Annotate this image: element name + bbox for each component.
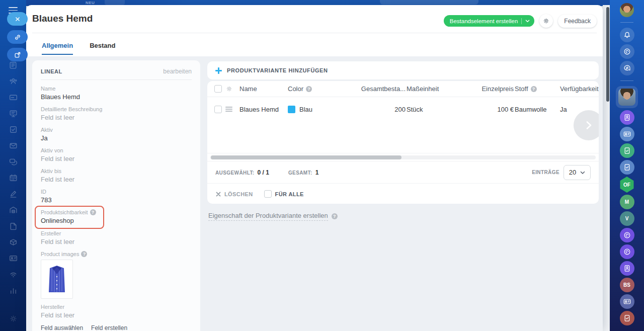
page-title: Blaues Hemd <box>32 13 93 24</box>
neu-badge: NEU <box>86 1 95 5</box>
e-sign-icon[interactable] <box>9 189 18 199</box>
id-card-icon[interactable] <box>620 294 634 309</box>
fields-card: LINEAL bearbeiten Name Blaues Hemd Detai… <box>32 60 200 331</box>
field-name[interactable]: Name Blaues Hemd <box>41 86 192 101</box>
drag-handle-icon[interactable] <box>225 107 232 112</box>
entries-per-page-select[interactable]: 20 <box>564 165 591 180</box>
workspace-icon[interactable] <box>9 109 18 118</box>
selected-value: 0 / 1 <box>258 169 269 176</box>
settings-button[interactable] <box>539 14 553 28</box>
calendar-icon[interactable] <box>9 173 18 183</box>
right-sidebar: OFMVBS <box>610 0 644 331</box>
row-checkbox[interactable] <box>214 106 222 113</box>
field-id[interactable]: ID 783 <box>41 189 192 204</box>
copilot-spiral-icon[interactable] <box>620 228 634 242</box>
copilot-spiral-icon[interactable] <box>620 244 634 259</box>
select-field-link[interactable]: Feld auswählen <box>41 324 83 331</box>
doc-check-icon[interactable] <box>620 311 634 325</box>
field-detaillierte-beschreibung[interactable]: Detaillierte Beschreibung Feld ist leer <box>41 106 192 122</box>
select-all-checkbox[interactable] <box>214 85 222 93</box>
create-variant-property-link[interactable]: Eigenschaft der Produktvariante erstelle… <box>208 212 328 221</box>
field-hersteller[interactable]: Hersteller Feld ist leer <box>41 304 192 319</box>
field-aktiv-von[interactable]: Aktiv von Feld ist leer <box>41 147 192 163</box>
cell-color: Blau <box>288 106 358 113</box>
payment-card-icon[interactable] <box>9 93 18 102</box>
copy-link-button[interactable] <box>7 30 28 44</box>
doc-check-icon[interactable] <box>620 143 634 158</box>
column-header-masseinheit[interactable]: Maßeinheit <box>407 85 454 93</box>
create-stock-item-button[interactable]: Bestandselement erstellen <box>444 15 535 27</box>
color-swatch <box>288 106 295 113</box>
messenger-chat-icon[interactable] <box>620 61 634 75</box>
copilot-spiral-icon[interactable] <box>620 44 634 59</box>
tab-allgemein[interactable]: Allgemein <box>42 42 73 55</box>
cell-unit: Stück <box>407 106 454 113</box>
delete-button[interactable]: LÖSCHEN <box>216 191 253 197</box>
badge-m[interactable]: M <box>620 195 634 209</box>
id-card-icon[interactable] <box>620 127 634 141</box>
vertical-scrollbar-thumb[interactable] <box>606 7 609 102</box>
create-stock-item-label: Bestandselement erstellen <box>450 18 518 24</box>
tab-bestand[interactable]: Bestand <box>90 42 115 55</box>
add-variant-button[interactable]: PRODUKTVARIANTE HINZUFÜGEN <box>207 61 599 79</box>
for-all-checkbox[interactable]: FÜR ALLE <box>264 190 304 198</box>
horizontal-scrollbar[interactable] <box>207 153 599 161</box>
inventory-box-icon[interactable] <box>9 237 18 247</box>
variant-row[interactable]: Blaues Hemd Blau 200 Stück 100 € Baumwol… <box>207 97 599 121</box>
cell-name: Blaues Hemd <box>239 106 288 113</box>
edit-link[interactable]: bearbeiten <box>163 68 192 75</box>
help-icon[interactable] <box>531 86 537 92</box>
telephony-icon[interactable] <box>9 270 18 279</box>
user-avatar[interactable] <box>620 3 634 17</box>
doc-check-icon[interactable] <box>620 160 634 175</box>
tasks-icon[interactable] <box>9 125 18 134</box>
section-divider <box>41 79 192 80</box>
close-icon <box>14 15 22 23</box>
contact-avatar-button[interactable] <box>616 86 638 108</box>
column-header-verfuegbarkeit[interactable]: Verfügbarkeit <box>560 85 599 93</box>
employees-icon[interactable] <box>9 76 18 86</box>
warehouse-icon[interactable] <box>9 205 18 215</box>
mail-icon[interactable] <box>9 141 18 150</box>
feedback-button[interactable]: Feedback <box>558 15 597 28</box>
messenger-icon[interactable] <box>9 157 18 167</box>
chevron-right-icon <box>583 120 594 131</box>
column-header-einzelpreis[interactable]: Einzelpreis <box>454 85 515 93</box>
field-ersteller[interactable]: Ersteller Feld ist leer <box>41 230 192 246</box>
open-new-tab-button[interactable] <box>7 48 28 61</box>
field-aktiv[interactable]: Aktiv Ja <box>41 127 192 142</box>
column-settings-gear-icon[interactable] <box>225 85 233 93</box>
contact-avatar <box>618 89 635 106</box>
badge-bs[interactable]: BS <box>620 278 634 292</box>
highlighted-field-produktsichtbarkeit[interactable]: Produktsichtbarkeit Onlineshop <box>35 206 104 229</box>
table-footer: AUSGEWÄHLT: 0 / 1 GESAMT: 1 EINTRÄGE 20 <box>207 161 599 183</box>
notifications-bell-icon[interactable] <box>620 28 634 42</box>
documents-icon[interactable] <box>9 221 18 231</box>
column-header-gesamtbestand[interactable]: Gesamtbesta... <box>358 85 407 93</box>
analytics-icon[interactable] <box>9 286 18 295</box>
settings-icon[interactable] <box>9 314 18 323</box>
column-header-stoff[interactable]: Stoff <box>515 85 560 93</box>
badge-of[interactable]: OF <box>619 177 634 193</box>
news-feed-icon[interactable] <box>9 60 18 70</box>
scrollbar-thumb[interactable] <box>211 155 401 159</box>
field-aktiv-bis[interactable]: Aktiv bis Feld ist leer <box>41 168 192 184</box>
badge-v[interactable]: V <box>620 211 634 226</box>
create-field-link[interactable]: Feld erstellen <box>91 324 127 331</box>
help-icon[interactable] <box>90 209 96 215</box>
cell-total: 200 <box>358 106 407 113</box>
button-separator <box>521 18 522 24</box>
vertical-scrollbar[interactable] <box>603 5 610 331</box>
help-icon[interactable] <box>306 86 312 92</box>
product-image-thumbnail[interactable] <box>41 260 73 299</box>
column-header-name[interactable]: Name <box>239 85 288 93</box>
column-header-color[interactable]: Color <box>288 85 358 93</box>
close-panel-button[interactable] <box>7 12 28 26</box>
plus-icon <box>215 67 222 74</box>
contact-card-icon[interactable] <box>620 261 634 276</box>
contact-card-icon[interactable] <box>620 110 634 125</box>
help-icon[interactable] <box>332 213 338 219</box>
crm-card-icon[interactable] <box>9 254 18 263</box>
field-product-images[interactable]: Product images <box>41 251 192 299</box>
help-icon[interactable] <box>81 251 87 257</box>
